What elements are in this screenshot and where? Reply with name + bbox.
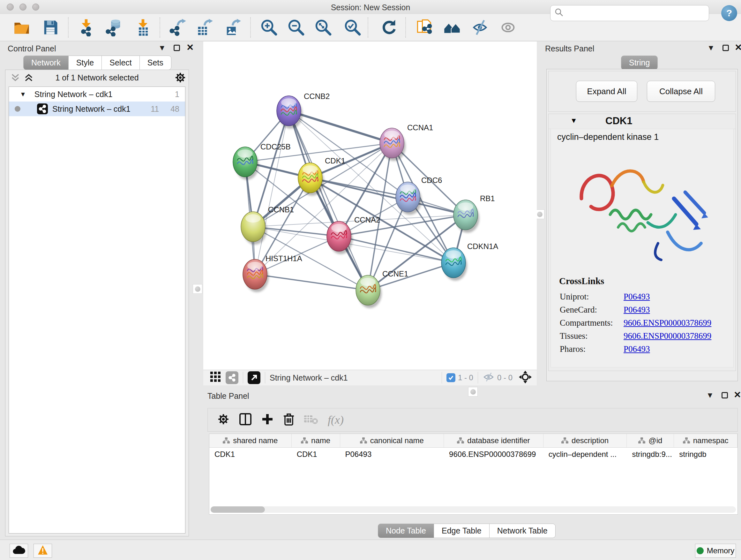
node-CCNE1[interactable] [356,275,382,308]
import-network-file-button[interactable] [77,18,95,37]
node-RB1[interactable] [454,200,479,233]
results-panel-collapse-icon[interactable]: ▼ [707,44,715,52]
edge-CDK1-RB1[interactable] [310,178,466,215]
crosslink-link[interactable]: P06493 [623,292,650,302]
zoom-fit-button[interactable] [314,18,332,37]
search-input[interactable] [564,8,702,18]
edge-CCNA2-CDKN1A[interactable] [339,236,454,263]
crosslink-link[interactable]: P06493 [623,344,650,354]
collapse-all-button[interactable]: Collapse All [647,81,715,102]
birdseye-view-toggle[interactable] [248,371,260,384]
column-header--id[interactable]: @id [627,434,674,447]
node-CDC25B[interactable] [233,147,259,180]
tab-string[interactable]: String [621,56,658,70]
crosslink-link[interactable]: P06493 [623,305,650,315]
table-panel-collapse-icon[interactable]: ▼ [706,391,714,400]
memory-button[interactable]: Memory [695,544,736,558]
toolbar-separator [159,17,160,38]
table-hscrollbar-thumb[interactable] [211,506,265,513]
tab-network[interactable]: Network [23,56,69,70]
expand-all-button[interactable]: Expand All [576,81,637,102]
node-CDK1[interactable] [298,163,324,196]
grid-view-icon[interactable] [210,372,221,384]
tab-sets[interactable]: Sets [139,56,172,70]
save-session-button[interactable] [42,18,59,37]
delete-table-icon[interactable] [304,414,318,426]
control-panel-close-icon[interactable]: ✕ [186,42,194,53]
memory-status-dot [697,547,704,554]
crosslink-label: GeneCard: [560,305,623,315]
node-CCNB2[interactable] [277,96,302,129]
crosslink-link[interactable]: 9606.ENSP00000378699 [623,318,711,328]
column-header-namespac[interactable]: namespac [674,434,738,447]
node-label-CDC6: CDC6 [421,176,442,185]
tab-edge-table[interactable]: Edge Table [434,523,489,538]
gene-card-header[interactable]: ▼ CDK1 [549,114,736,129]
network-overview-icon[interactable] [226,371,239,384]
edge-CCNB2-CCNE1[interactable] [289,111,368,290]
column-manager-icon[interactable] [239,413,252,427]
tab-network-table[interactable]: Network Table [489,523,556,538]
export-image-button[interactable] [223,18,241,37]
fit-content-icon[interactable] [519,371,532,385]
control-panel-float-icon[interactable] [174,45,180,51]
warnings-button[interactable] [33,544,52,558]
node-CCNA2[interactable] [327,221,353,254]
crosslink-row: Pharos:P06493 [560,344,730,354]
first-neighbors-button[interactable] [443,18,461,37]
cloud-button[interactable] [10,544,28,558]
zoom-selected-button[interactable] [344,18,361,37]
export-network-button[interactable] [169,18,186,37]
column-header-name[interactable]: name [292,434,340,447]
network-canvas[interactable]: CCNB2 CCNA1 CDC25B CDK1 CDC6 RB1 CCNB1 C… [203,42,537,370]
table-settings-gear-icon[interactable] [217,413,229,427]
collection-expand-arrow-icon[interactable]: ▼ [20,91,26,98]
zoom-out-button[interactable] [287,18,305,37]
selected-checkbox[interactable] [447,373,455,382]
edge-HIST1H1A-CCNE1[interactable] [255,274,368,290]
column-header-database-identifier[interactable]: database identifier [444,434,543,447]
left-splitter-handle[interactable] [193,284,202,294]
tab-select[interactable]: Select [102,56,139,70]
results-panel-float-icon[interactable] [723,45,729,51]
memory-label: Memory [707,546,735,555]
table-row[interactable]: CDK1CDK1P064939606.ENSP00000378699cyclin… [209,448,738,461]
node-CCNB1[interactable] [241,212,267,245]
function-builder-icon[interactable]: f(x) [328,413,344,427]
help-button[interactable]: ? [721,5,737,21]
clone-network-button[interactable] [415,18,433,37]
node-CDC6[interactable] [396,182,421,215]
tab-node-table[interactable]: Node Table [378,523,434,538]
search-field[interactable] [550,5,709,21]
edge-CDKN1A-CCNE1[interactable] [368,263,454,290]
node-label-CCNB1: CCNB1 [268,205,294,214]
results-panel-body: Expand All Collapse All ▼ CDK1 cyclin–de… [546,69,738,381]
import-table-button[interactable] [134,18,152,37]
zoom-in-button[interactable] [260,18,278,37]
crosslink-label: Pharos: [560,344,623,354]
edge-CCNB2-CCNA1[interactable] [289,111,392,143]
network-collection-row[interactable]: ▼ String Network – cdk1 1 [9,87,185,102]
column-header-shared-name[interactable]: shared name [209,434,292,447]
column-header-description[interactable]: description [543,434,627,447]
apply-layout-button[interactable] [380,18,398,37]
crosslink-link[interactable]: 9606.ENSP00000378699 [623,331,711,341]
delete-column-icon[interactable] [283,413,294,427]
hide-selected-button[interactable] [471,18,489,37]
show-all-button[interactable] [499,18,517,37]
open-session-button[interactable] [13,18,30,37]
add-column-icon[interactable] [261,413,273,427]
gene-collapse-arrow-icon[interactable]: ▼ [570,117,577,125]
control-panel-collapse-icon[interactable]: ▼ [158,44,166,52]
tab-style[interactable]: Style [68,56,102,70]
network-row-selected[interactable]: String Network – cdk1 11 48 [9,102,185,116]
node-CDKN1A[interactable] [441,248,467,281]
results-panel-close-icon[interactable]: ✕ [735,42,741,53]
table-panel-float-icon[interactable] [722,392,728,398]
export-table-button[interactable] [195,18,213,37]
column-header-canonical-name[interactable]: canonical name [340,434,444,447]
import-network-database-button[interactable] [105,18,123,37]
table-panel-close-icon[interactable]: ✕ [734,389,741,400]
network-panel-gear-icon[interactable] [175,72,186,84]
node-HIST1H1A[interactable] [243,259,269,292]
